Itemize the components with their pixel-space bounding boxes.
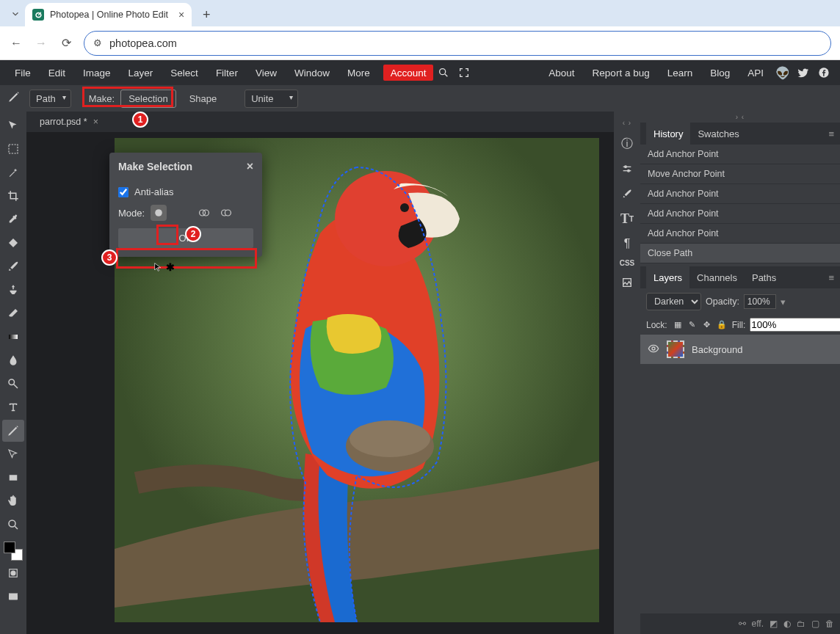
fill-input[interactable]: [750, 318, 840, 332]
paragraph-panel-icon[interactable]: ¶: [618, 234, 637, 253]
mode-subtract-icon[interactable]: [218, 205, 234, 221]
info-panel-icon[interactable]: ⓘ: [618, 134, 637, 153]
link-about[interactable]: About: [540, 60, 583, 85]
link-blog[interactable]: Blog: [701, 60, 739, 85]
crop-tool[interactable]: [2, 185, 24, 207]
menu-window[interactable]: Window: [286, 60, 338, 85]
fullscreen-icon[interactable]: [454, 62, 474, 83]
layer-visibility-icon[interactable]: [648, 343, 659, 357]
facebook-icon[interactable]: [814, 62, 834, 83]
path-combine-select[interactable]: Unite: [245, 90, 297, 108]
mode-add-icon[interactable]: [196, 205, 212, 221]
history-item[interactable]: Add Anchor Point: [640, 145, 840, 164]
pen-tool[interactable]: [2, 420, 24, 442]
document-tab[interactable]: parrot.psd * ×: [34, 112, 104, 132]
new-tab-button[interactable]: +: [196, 4, 217, 25]
nav-reload-button[interactable]: ⟳: [59, 36, 73, 51]
layer-row-background[interactable]: Background: [640, 335, 840, 364]
eyedropper-tool[interactable]: [2, 208, 24, 230]
history-item[interactable]: Move Anchor Point: [640, 164, 840, 184]
tab-layers[interactable]: Layers: [646, 266, 689, 288]
clone-tool[interactable]: [2, 279, 24, 301]
layers-panel-menu-icon[interactable]: ≡: [828, 272, 834, 283]
menu-file[interactable]: File: [6, 60, 40, 85]
collapse-handle-right[interactable]: › ‹: [640, 112, 840, 123]
path-select-tool[interactable]: [2, 443, 24, 465]
screen-mode-toggle[interactable]: [2, 586, 24, 608]
opacity-flyout-icon[interactable]: ▾: [781, 296, 786, 307]
footer-trash-icon[interactable]: 🗑: [825, 619, 834, 629]
rectangle-tool[interactable]: [2, 467, 24, 489]
color-swatches[interactable]: [4, 542, 23, 561]
menu-edit[interactable]: Edit: [40, 60, 74, 85]
footer-folder-icon[interactable]: 🗀: [797, 619, 805, 629]
tab-history[interactable]: History: [646, 123, 690, 145]
make-shape-button[interactable]: Shape: [182, 90, 225, 107]
move-tool[interactable]: [2, 114, 24, 136]
brush-panel-icon[interactable]: [618, 184, 637, 203]
dodge-tool[interactable]: [2, 373, 24, 395]
link-learn[interactable]: Learn: [659, 60, 702, 85]
lock-transparency-icon[interactable]: ▦: [672, 319, 684, 331]
make-selection-button[interactable]: Selection: [120, 90, 175, 108]
eraser-tool[interactable]: [2, 302, 24, 324]
healing-tool[interactable]: [2, 232, 24, 254]
menu-account[interactable]: Account: [383, 65, 434, 81]
magic-wand-tool[interactable]: [2, 161, 24, 183]
document-tab-close-icon[interactable]: ×: [93, 117, 98, 127]
quick-mask-toggle[interactable]: [2, 562, 24, 584]
tab-close-icon[interactable]: ×: [178, 9, 184, 21]
character-panel-icon[interactable]: TT: [618, 209, 637, 228]
nav-forward-button[interactable]: →: [34, 36, 48, 51]
menu-select[interactable]: Select: [162, 60, 207, 85]
footer-adjustment-icon[interactable]: ◐: [783, 619, 791, 629]
lock-position-icon[interactable]: ✥: [701, 319, 713, 331]
lock-pixels-icon[interactable]: ✎: [687, 319, 698, 331]
collapse-handle-left[interactable]: ‹ ›: [623, 117, 631, 128]
history-item[interactable]: Add Anchor Point: [640, 224, 840, 244]
address-bar[interactable]: ⚙ photopea.com: [84, 31, 831, 56]
menu-view[interactable]: View: [247, 60, 286, 85]
nav-back-button[interactable]: ←: [9, 36, 23, 51]
link-report-bug[interactable]: Report a bug: [584, 60, 659, 85]
type-tool[interactable]: [2, 396, 24, 418]
dialog-close-icon[interactable]: ×: [247, 160, 253, 173]
browser-tab-active[interactable]: ⵚ Photopea | Online Photo Edit ×: [25, 3, 192, 26]
footer-effects-label[interactable]: eff.: [752, 619, 764, 629]
tab-list-dropdown[interactable]: [6, 4, 25, 23]
menu-layer[interactable]: Layer: [120, 60, 162, 85]
brush-tool[interactable]: [2, 255, 24, 277]
history-panel-menu-icon[interactable]: ≡: [828, 128, 834, 139]
path-mode-select[interactable]: Path: [29, 90, 71, 108]
tab-swatches[interactable]: Swatches: [690, 123, 746, 145]
gradient-tool[interactable]: [2, 326, 24, 348]
layer-thumbnail[interactable]: [667, 340, 684, 358]
gallery-panel-icon[interactable]: [618, 273, 637, 292]
tab-channels[interactable]: Channels: [689, 266, 745, 288]
reddit-icon[interactable]: 👽: [772, 62, 793, 83]
history-item[interactable]: Add Anchor Point: [640, 204, 840, 224]
footer-link-chain-icon[interactable]: ⚯: [739, 619, 746, 629]
menu-more[interactable]: More: [338, 60, 379, 85]
twitter-icon[interactable]: [793, 62, 814, 83]
history-item[interactable]: Close Path: [640, 244, 840, 263]
history-item[interactable]: Add Anchor Point: [640, 184, 840, 204]
footer-mask-icon[interactable]: ◩: [770, 619, 778, 629]
adjustments-panel-icon[interactable]: [618, 159, 637, 178]
blur-tool[interactable]: [2, 349, 24, 371]
lock-all-icon[interactable]: 🔒: [716, 319, 728, 331]
zoom-tool[interactable]: [2, 514, 24, 536]
site-settings-icon[interactable]: ⚙: [93, 37, 102, 48]
marquee-tool[interactable]: [2, 138, 24, 160]
blend-mode-select[interactable]: Darken: [646, 293, 701, 310]
antialias-checkbox[interactable]: [118, 187, 128, 197]
opacity-input[interactable]: [744, 294, 776, 309]
menu-image[interactable]: Image: [74, 60, 120, 85]
footer-new-layer-icon[interactable]: ▢: [811, 619, 819, 629]
tab-paths[interactable]: Paths: [745, 266, 783, 288]
menu-filter[interactable]: Filter: [207, 60, 247, 85]
mode-new-icon[interactable]: [151, 205, 167, 221]
link-api[interactable]: API: [739, 60, 772, 85]
hand-tool[interactable]: [2, 490, 24, 512]
css-panel-icon[interactable]: CSS: [620, 259, 635, 267]
